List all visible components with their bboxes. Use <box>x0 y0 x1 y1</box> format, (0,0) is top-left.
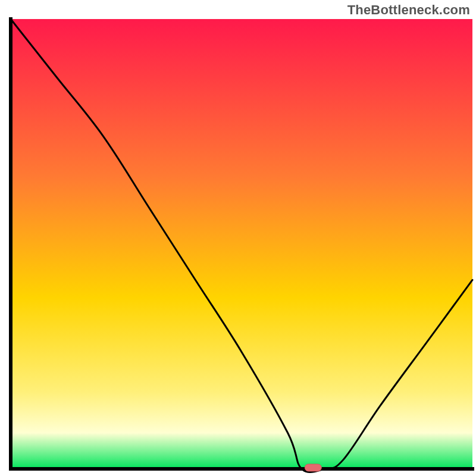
plot-area <box>11 19 472 472</box>
optimal-marker <box>305 464 321 471</box>
chart-container: TheBottleneck.com <box>0 0 476 476</box>
bottleneck-chart <box>0 0 476 476</box>
gradient-background <box>11 19 472 469</box>
